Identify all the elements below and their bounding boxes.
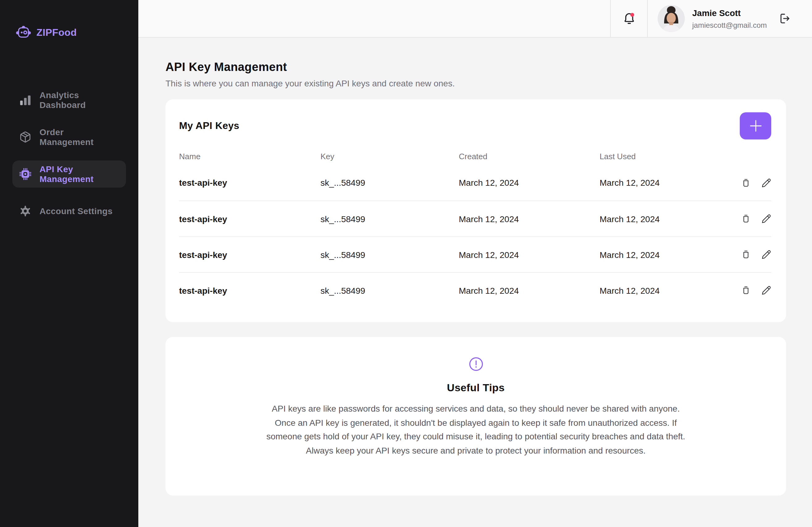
chip-icon: [19, 168, 31, 180]
key-created: March 12, 2024: [459, 285, 599, 295]
key-last-used: March 12, 2024: [599, 250, 732, 259]
package-icon: [19, 131, 31, 143]
api-keys-table: Name Key Created Last Used test-api-key …: [179, 148, 771, 308]
api-keys-card-title: My API Keys: [179, 120, 239, 132]
delete-key-button[interactable]: [741, 285, 751, 296]
user-info: Jamie Scott jamiescott@gmail.com: [692, 7, 770, 30]
delete-key-button[interactable]: [741, 249, 751, 260]
user-email: jamiescott@gmail.com: [692, 20, 770, 30]
delete-key-button[interactable]: [741, 213, 751, 225]
table-row: test-api-key sk_...58499 March 12, 2024 …: [179, 272, 771, 308]
table-row: test-api-key sk_...58499 March 12, 2024 …: [179, 165, 771, 200]
main-area: Jamie Scott jamiescott@gmail.com API Key…: [138, 0, 812, 527]
sidebar-item-label: API Key Management: [40, 164, 119, 184]
sidebar-item-label: Analytics Dashboard: [40, 90, 119, 110]
trash-icon: [741, 249, 751, 260]
topbar: Jamie Scott jamiescott@gmail.com: [138, 0, 812, 37]
key-name: test-api-key: [179, 178, 320, 187]
page-subtitle: This is where you can manage your existi…: [165, 77, 786, 89]
alert-circle-icon: [468, 357, 483, 372]
key-last-used: March 12, 2024: [599, 214, 732, 224]
gear-icon: [19, 205, 31, 217]
key-last-used: March 12, 2024: [599, 178, 732, 187]
column-header-created: Created: [459, 151, 599, 161]
trash-icon: [741, 177, 751, 189]
column-header-key: Key: [320, 151, 459, 161]
key-created: March 12, 2024: [459, 214, 599, 224]
notification-dot: [630, 13, 634, 17]
api-keys-card-header: My API Keys: [179, 112, 771, 139]
sidebar-item-analytics-dashboard[interactable]: Analytics Dashboard: [12, 86, 126, 114]
key-name: test-api-key: [179, 250, 320, 259]
plus-icon: [748, 118, 764, 134]
app-root: ZIPFood Analytics Dashboard: [0, 0, 812, 527]
sidebar: ZIPFood Analytics Dashboard: [0, 0, 138, 527]
bell-icon: [622, 11, 636, 26]
key-value: sk_...58499: [320, 250, 459, 259]
user-avatar[interactable]: [658, 5, 685, 32]
key-value: sk_...58499: [320, 285, 459, 295]
brand-name: ZIPFood: [37, 27, 77, 38]
app-logo[interactable]: ZIPFood: [16, 25, 138, 40]
tips-body: API keys are like passwords for accessin…: [266, 402, 686, 457]
table-row: test-api-key sk_...58499 March 12, 2024 …: [179, 200, 771, 236]
bar-chart-icon: [19, 94, 31, 106]
key-value: sk_...58499: [320, 178, 459, 187]
useful-tips-card: Useful Tips API keys are like passwords …: [165, 337, 786, 496]
notifications-button[interactable]: [622, 11, 636, 26]
delete-key-button[interactable]: [741, 177, 751, 189]
page-content: API Key Management This is where you can…: [138, 37, 812, 496]
edit-key-button[interactable]: [762, 177, 771, 189]
edit-key-button[interactable]: [762, 285, 771, 296]
sidebar-item-order-management[interactable]: Order Management: [12, 123, 126, 151]
add-api-key-button[interactable]: [740, 112, 771, 139]
robot-logo-icon: [16, 25, 31, 40]
table-header-row: Name Key Created Last Used: [179, 148, 771, 165]
sidebar-item-account-settings[interactable]: Account Settings: [12, 197, 126, 225]
key-created: March 12, 2024: [459, 178, 599, 187]
notifications-section: [610, 0, 648, 37]
column-header-name: Name: [179, 151, 320, 161]
edit-key-button[interactable]: [762, 249, 771, 260]
sidebar-nav: Analytics Dashboard Order Management: [0, 86, 138, 225]
page-title: API Key Management: [165, 60, 786, 75]
logout-button[interactable]: [778, 12, 791, 25]
key-name: test-api-key: [179, 285, 320, 295]
sidebar-item-api-key-management[interactable]: API Key Management: [12, 161, 126, 187]
trash-icon: [741, 285, 751, 296]
column-header-last-used: Last Used: [599, 151, 732, 161]
edit-key-button[interactable]: [762, 213, 771, 225]
trash-icon: [741, 213, 751, 225]
topbar-spacer: [138, 0, 610, 37]
user-section: Jamie Scott jamiescott@gmail.com: [648, 0, 812, 37]
key-created: March 12, 2024: [459, 250, 599, 259]
pencil-icon: [762, 285, 771, 296]
table-row: test-api-key sk_...58499 March 12, 2024 …: [179, 236, 771, 272]
logout-icon: [778, 12, 791, 25]
user-name: Jamie Scott: [692, 7, 770, 18]
pencil-icon: [762, 249, 771, 260]
pencil-icon: [762, 177, 771, 189]
key-last-used: March 12, 2024: [599, 285, 732, 295]
sidebar-item-label: Account Settings: [40, 206, 113, 216]
sidebar-item-label: Order Management: [40, 127, 119, 147]
pencil-icon: [762, 213, 771, 225]
key-value: sk_...58499: [320, 214, 459, 224]
tips-title: Useful Tips: [190, 382, 762, 394]
api-keys-card: My API Keys Name Key Created Last Used: [165, 99, 786, 322]
key-name: test-api-key: [179, 214, 320, 224]
